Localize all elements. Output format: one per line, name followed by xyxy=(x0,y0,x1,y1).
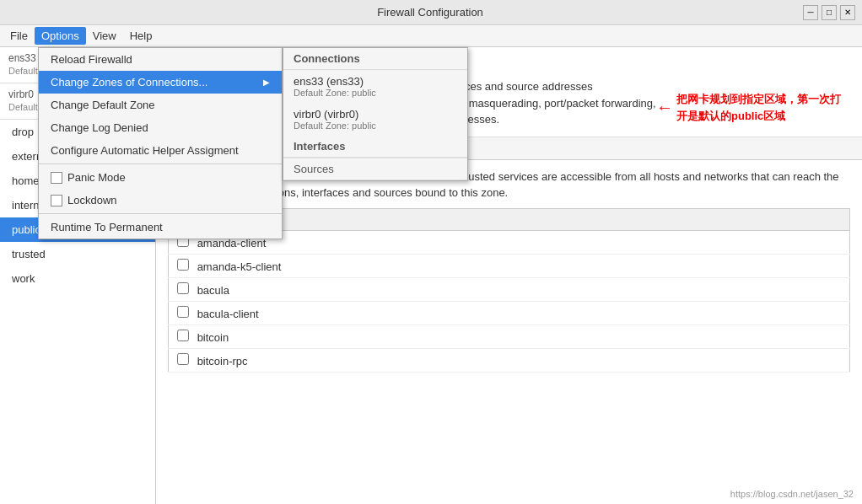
menu-lockdown[interactable]: Lockdown xyxy=(39,189,282,212)
service-checkbox-bitcoin-rpc[interactable] xyxy=(177,353,189,365)
menu-bar: File Options View Help xyxy=(0,25,862,47)
menu-reload-label: Reload Firewalld xyxy=(51,53,132,66)
menu-change-zones[interactable]: Change Zones of Connections... ▶ xyxy=(39,71,282,94)
service-checkbox-amanda-k5-client[interactable] xyxy=(177,259,189,271)
menu-change-default-zone[interactable]: Change Default Zone xyxy=(39,94,282,116)
connections-header: Connections xyxy=(283,48,467,70)
submenu-arrow-icon: ▶ xyxy=(263,78,270,87)
service-checkbox-bacula[interactable] xyxy=(177,282,189,294)
submenu-ens33[interactable]: ens33 (ens33) Default Zone: public xyxy=(283,70,467,103)
menu-help[interactable]: Help xyxy=(123,27,159,45)
submenu-virbr0[interactable]: virbr0 (virbr0) Default Zone: public xyxy=(283,103,467,136)
annotation-text: 把网卡规划到指定区域，第一次打开是默认的public区域 xyxy=(676,91,845,124)
service-name: bitcoin xyxy=(197,331,229,344)
menu-options[interactable]: Options xyxy=(35,27,86,45)
annotation-arrow-icon: ← xyxy=(656,98,673,117)
panic-mode-label: Panic Mode xyxy=(67,171,126,184)
options-menu: Reload Firewalld Change Zones of Connect… xyxy=(38,47,283,239)
service-name: bacula-client xyxy=(197,308,259,320)
maximize-button[interactable]: □ xyxy=(822,5,837,20)
ens33-label: ens33 (ens33) xyxy=(294,75,457,88)
table-row: bitcoin xyxy=(169,324,850,348)
table-row: bacula-client xyxy=(169,301,850,324)
menu-runtime-label: Runtime To Permanent xyxy=(51,221,163,233)
table-row: amanda-k5-client xyxy=(169,254,850,277)
service-checkbox-bacula-client[interactable] xyxy=(177,306,189,318)
service-name: bitcoin-rpc xyxy=(197,355,248,367)
service-name: bacula xyxy=(197,284,229,297)
menu-change-log-denied[interactable]: Change Log Denied xyxy=(39,116,282,139)
service-checkbox-bitcoin[interactable] xyxy=(177,330,189,341)
table-row: bacula xyxy=(169,277,850,301)
menu-change-default-zone-label: Change Default Zone xyxy=(51,99,155,111)
ens33-desc: Default Zone: public xyxy=(294,88,457,98)
connections-submenu: Connections ens33 (ens33) Default Zone: … xyxy=(283,47,468,181)
watermark: https://blog.csdn.net/jasen_32 xyxy=(730,489,854,499)
lockdown-label: Lockdown xyxy=(67,194,117,206)
menu-reload-firewalld[interactable]: Reload Firewalld xyxy=(39,48,282,71)
annotation: ← 把网卡规划到指定区域，第一次打开是默认的public区域 xyxy=(656,91,845,124)
lockdown-checkbox[interactable] xyxy=(51,195,62,206)
menu-change-zones-label: Change Zones of Connections... xyxy=(51,76,207,88)
menu-configure-helper-label: Configure Automatic Helper Assigment xyxy=(51,144,239,157)
virbr0-desc: Default Zone: public xyxy=(294,121,457,131)
menu-panic-mode[interactable]: Panic Mode xyxy=(39,166,282,189)
title-bar: Firewall Configuration ─ □ ✕ xyxy=(0,0,862,25)
window-controls: ─ □ ✕ xyxy=(803,5,855,20)
menu-file[interactable]: File xyxy=(3,27,35,45)
panic-mode-checkbox[interactable] xyxy=(51,172,62,184)
app-title: Firewall Configuration xyxy=(57,6,803,19)
menu-separator-2 xyxy=(39,213,282,214)
sidebar-item-trusted[interactable]: trusted xyxy=(0,242,155,266)
service-name: amanda-k5-client xyxy=(197,260,282,273)
sidebar-item-work[interactable]: work xyxy=(0,266,155,291)
menu-separator-1 xyxy=(39,164,282,164)
table-row: bitcoin-rpc xyxy=(169,348,850,372)
menu-runtime-to-permanent[interactable]: Runtime To Permanent xyxy=(39,216,282,239)
menu-configure-helper[interactable]: Configure Automatic Helper Assigment xyxy=(39,139,282,162)
menu-view[interactable]: View xyxy=(86,27,123,45)
sources-header: Sources xyxy=(283,158,467,180)
menu-change-log-denied-label: Change Log Denied xyxy=(51,121,148,134)
virbr0-label: virbr0 (virbr0) xyxy=(294,108,457,121)
close-button[interactable]: ✕ xyxy=(840,5,855,20)
minimize-button[interactable]: ─ xyxy=(803,5,818,20)
interfaces-header: Interfaces xyxy=(283,136,467,158)
